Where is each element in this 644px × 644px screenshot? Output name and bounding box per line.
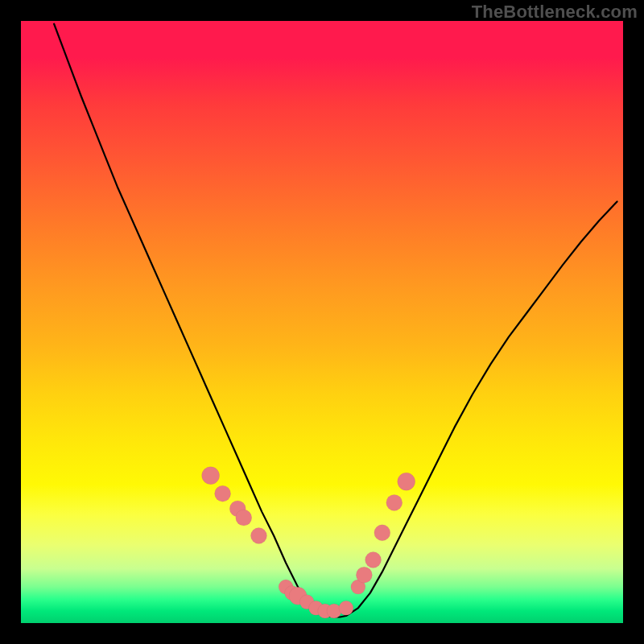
watermark-text: TheBottleneck.com <box>472 2 638 23</box>
scatter-dot <box>339 601 353 615</box>
scatter-dots <box>202 467 415 618</box>
scatter-dot <box>398 473 415 490</box>
scatter-dot <box>374 525 390 541</box>
scatter-dot <box>202 467 220 485</box>
scatter-dot <box>236 510 252 526</box>
scatter-dot <box>386 494 402 510</box>
chart-svg <box>21 21 623 623</box>
plot-area <box>21 21 623 623</box>
scatter-dot <box>365 551 382 568</box>
scatter-dot <box>215 485 231 502</box>
scatter-dot <box>356 567 372 583</box>
chart-frame: TheBottleneck.com <box>0 0 644 644</box>
scatter-dot <box>250 528 266 544</box>
bottleneck-curve <box>54 24 617 617</box>
